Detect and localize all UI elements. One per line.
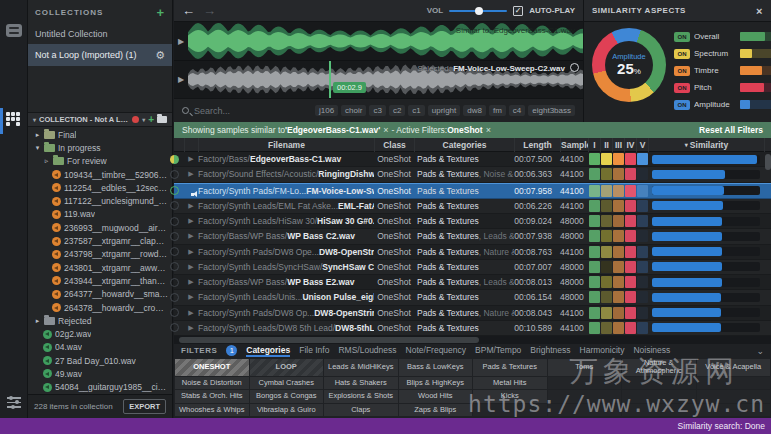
search-tag-chip[interactable]: dw8 [463,105,486,116]
table-row[interactable]: ▶Factory/Bass/WP Bass/WP Bass C2.wavOneS… [174,229,771,244]
col-aspect-5[interactable]: V [636,138,648,152]
aspect-weight-bar[interactable] [740,66,771,75]
add-item-button[interactable]: + [148,114,154,125]
search-tag-chip[interactable]: c2 [389,105,405,116]
category-button[interactable]: Stabs & Orch. Hits [175,390,249,403]
tree-file[interactable]: 243798__xtrgamr__rowdy-... [28,248,172,261]
back-button[interactable]: ← [182,3,195,18]
table-row[interactable]: ▶Factory/Synth Leads/DW8 5th Lead/DW8-5t… [174,321,771,336]
col-filename[interactable]: Filename [198,138,374,152]
row-play-button[interactable]: ▶ [184,263,198,271]
filter-tab-categories[interactable]: Categories [246,345,290,357]
browser-grid-icon[interactable] [0,112,28,126]
category-button[interactable]: Hats & Shakers [324,377,398,390]
category-button[interactable]: ONESHOT [175,359,249,376]
record-dot-icon[interactable] [132,116,139,123]
new-folder-icon[interactable] [157,116,167,123]
tree-file[interactable]: 02g2.wav [28,327,172,340]
collection-section-bar[interactable]: ▾ COLLECTION - Not A Loo... ▾ + [28,112,172,127]
tree-caret-icon[interactable]: ▹ [43,157,50,165]
tree-caret-icon[interactable]: ▸ [34,131,41,139]
reset-all-filters-button[interactable]: Reset All Filters [699,125,763,135]
row-play-button[interactable]: ▶ [184,155,198,163]
chevron-down-icon[interactable]: ⌄ [756,346,764,356]
search-tag-chip[interactable]: upright [428,105,460,116]
play-selected-button[interactable]: ▶ [174,61,188,98]
table-row[interactable]: ▶Factory/Synth Pads/DW8 Op...DW8-OpenStr… [174,306,771,321]
category-button[interactable]: Cymbal Crashes [250,377,324,390]
col-length[interactable]: Length [514,138,560,152]
search-input[interactable]: Search... [194,106,230,116]
gear-icon[interactable]: ⚙ [155,50,165,61]
row-play-button[interactable]: ▶ [184,217,198,225]
category-button[interactable]: Bass & LowKeys [399,359,473,376]
category-button[interactable]: Toms [548,359,622,376]
tree-file[interactable]: 04.wav [28,341,172,354]
volume-slider[interactable] [449,10,507,12]
search-tag-chip[interactable]: c3 [369,105,385,116]
tree-file[interactable]: 264378__howardv__crowd... [28,301,172,314]
tree-caret-icon[interactable]: ▸ [34,317,41,325]
tree-file[interactable]: 54084__guitarguy1985__civild... [28,381,172,394]
row-play-button[interactable]: ▶ [184,202,198,210]
aspect-on-toggle[interactable]: ON [674,100,690,110]
scrollbar-thumb[interactable] [179,337,479,343]
category-button[interactable]: Vibraslap & Guiro [250,404,324,417]
tree-file[interactable]: 243944__xtrgamr__thank-y... [28,274,172,287]
filter-tab-bpm-tempo[interactable]: BPM/Tempo [475,345,521,357]
remove-similarity-icon[interactable]: × [383,125,388,135]
category-button[interactable]: Nature & Athmospheric [622,359,696,376]
add-collection-button[interactable]: + [156,5,165,20]
tree-folder[interactable]: ▹For review [28,155,172,168]
volume-knob[interactable] [475,7,483,15]
table-row[interactable]: Factory/Synth Pads/FM-Lo...FM-Voice-Low-… [174,183,771,199]
search-tag-chip[interactable]: c4 [509,105,525,116]
category-button[interactable]: Explosions & Shots [324,390,398,403]
collection-item[interactable]: Not a Loop (Imported) (1)⚙ [28,44,172,66]
aspect-on-toggle[interactable]: ON [674,83,690,93]
category-button[interactable]: Metal Hits [473,377,547,390]
tree-file[interactable]: 27 Bad Day_010.wav [28,354,172,367]
vertical-scrollbar[interactable] [765,154,771,170]
table-row[interactable]: ▶Factory/Synth Leads/SyncHSaw/SyncHSaw C… [174,260,771,275]
tree-file[interactable]: 112254__edbles__12secon... [28,181,172,194]
filter-tab-brightness[interactable]: Brightness [530,345,570,357]
tree-folder[interactable]: ▾In progress [28,141,172,154]
filter-tab-note-frequency[interactable]: Note/Frequency [406,345,466,357]
row-play-button[interactable]: ▶ [184,170,198,178]
row-play-button[interactable]: ▶ [184,309,198,317]
tree-file[interactable]: 243801__xtrgamr__awww-t... [28,261,172,274]
horizontal-scrollbar[interactable] [174,336,771,344]
row-play-button[interactable]: ▶ [184,324,198,332]
table-row[interactable]: ▶Factory/Bass/WP Bass/WP Bass E2.wavOneS… [174,275,771,290]
play-similar-button[interactable]: ▶ [174,22,188,60]
tree-caret-icon[interactable]: ▾ [34,144,41,152]
remove-filter-icon[interactable]: × [486,125,491,135]
search-tag-chip[interactable]: j106 [315,105,338,116]
forward-button[interactable]: → [203,3,216,18]
export-button[interactable]: EXPORT [123,399,166,414]
category-button[interactable]: Claps [324,404,398,417]
col-aspect-4[interactable]: IV [624,138,636,152]
row-play-button[interactable]: ▶ [184,278,198,286]
category-button[interactable]: Voice & Acapella [697,359,771,376]
tree-file[interactable]: 119.wav [28,208,172,221]
tree-folder[interactable]: ▸Rejected [28,314,172,327]
table-row[interactable]: ▶Factory/Sound Effects/Acoustic/RingingD… [174,167,771,182]
category-button[interactable]: Zaps & Blips [399,404,473,417]
category-button[interactable]: Noise & Distortion [175,377,249,390]
col-similarity[interactable]: ▾Similarity [648,138,764,152]
aspect-on-toggle[interactable]: ON [674,49,690,59]
search-tag-chip[interactable]: fm [489,105,506,116]
row-play-button[interactable]: ▶ [184,248,198,256]
col-aspect-1[interactable]: I [588,138,600,152]
tree-file[interactable]: 117122__unclesigmund__s... [28,194,172,207]
close-icon[interactable]: × [756,5,763,17]
settings-sliders-icon[interactable] [0,396,28,408]
filter-tab-noisiness[interactable]: Noisiness [633,345,670,357]
collection-item[interactable]: Untitled Collection [28,24,172,44]
loop-toggle-icon[interactable] [570,63,579,72]
filter-tab-file-info[interactable]: File Info [299,345,329,357]
filter-tab-harmonicity[interactable]: Harmonicity [580,345,625,357]
autoplay-checkbox[interactable]: ✓ [513,6,523,16]
